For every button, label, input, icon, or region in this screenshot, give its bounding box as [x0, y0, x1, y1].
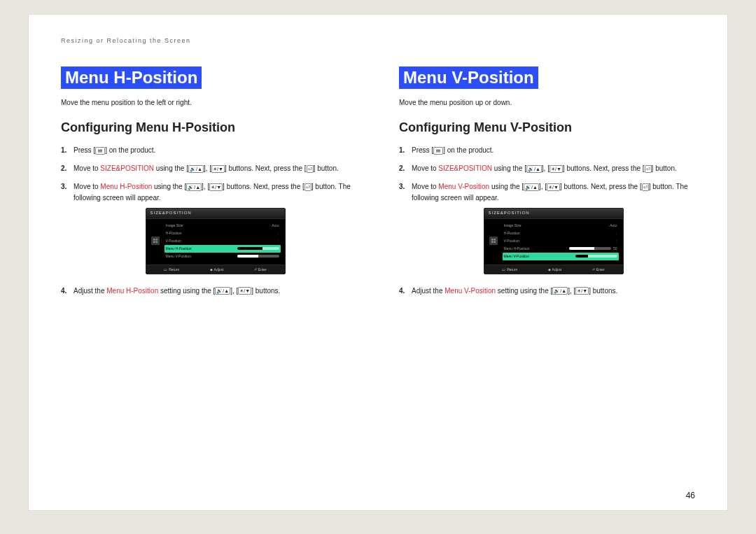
osd-row-value: : — [616, 238, 617, 244]
text: Move to — [412, 183, 438, 190]
bright-down-icon: ☀/▼ — [238, 287, 251, 295]
text: ] button. — [314, 164, 339, 172]
two-column-layout: Menu H-Position Move the menu position t… — [61, 66, 695, 304]
osd-row-label: V-Position — [166, 238, 182, 244]
enter-source-icon: ⏎ — [645, 165, 652, 173]
osd-row-value: : — [616, 230, 617, 236]
highlight: Menu H-Position — [100, 183, 152, 190]
svg-rect-14 — [493, 241, 496, 244]
menu-button-icon — [433, 147, 443, 155]
osd-enter: ⏎ Enter — [254, 267, 267, 272]
svg-rect-11 — [491, 239, 493, 241]
osd-slider-bar — [569, 247, 611, 250]
osd-row: V-Position: — [503, 237, 619, 245]
svg-rect-13 — [491, 241, 493, 244]
osd-footer: ▭ Return ◆ Adjust ⏎ Enter — [484, 265, 623, 274]
osd-row: Image Size: Auto — [503, 222, 619, 230]
text: setting using the [ — [496, 287, 552, 295]
osd-adjust: ◆ Adjust — [548, 267, 562, 272]
osd-screenshot: SIZE&POSITION Image Size: AutoH-Position… — [412, 208, 695, 274]
text: ], [ — [230, 287, 238, 295]
page-number: 46 — [686, 491, 695, 500]
osd-row-label: Menu V-Position — [166, 253, 191, 259]
bright-down-icon: ☀/▼ — [211, 165, 225, 173]
subsection-heading: Configuring Menu V-Position — [399, 120, 695, 135]
osd-row: H-Position: — [503, 230, 619, 237]
document-page: Resizing or Relocating the Screen Menu H… — [28, 14, 728, 511]
osd-slider-bar — [575, 255, 617, 258]
osd-panel: SIZE&POSITION Image Size: AutoH-Position… — [146, 208, 286, 274]
osd-row-label: Menu V-Position — [504, 253, 529, 259]
osd-screenshot: SIZE&POSITION Image Size: AutoH-Position… — [74, 208, 357, 274]
vol-up-icon: 🔊/▲ — [215, 287, 230, 295]
svg-rect-5 — [155, 239, 158, 241]
text: setting using the [ — [158, 287, 215, 295]
osd-return: ▭ Return — [164, 267, 179, 272]
highlight: SIZE&POSITION — [438, 164, 492, 172]
text: Adjust the — [74, 287, 106, 295]
vol-up-icon: 🔊/▲ — [524, 183, 539, 191]
text: Move to — [412, 164, 438, 172]
step-4: Adjust the Menu H-Position setting using… — [61, 286, 357, 297]
vol-up-icon: 🔊/▲ — [188, 165, 204, 173]
svg-rect-6 — [153, 241, 155, 244]
osd-panel: SIZE&POSITION Image Size: AutoH-Position… — [484, 208, 624, 274]
text: ], [ — [539, 183, 547, 190]
text: Move to — [74, 164, 100, 172]
osd-slider-bar — [237, 255, 279, 258]
text: ], [ — [204, 164, 211, 172]
osd-enter: ⏎ Enter — [592, 267, 605, 272]
text: ] buttons. Next, press the [ — [223, 183, 304, 190]
osd-row-value: : — [278, 238, 279, 244]
osd-row: Menu H-Position — [164, 245, 281, 253]
enter-source-icon: ⏎ — [307, 165, 314, 173]
bright-down-icon: ☀/▼ — [550, 165, 563, 173]
osd-row: Menu V-Position — [164, 253, 281, 260]
text: ] on the product. — [105, 146, 155, 154]
step-list: Press [] on the product. Move to SIZE&PO… — [399, 145, 695, 297]
vol-up-icon: 🔊/▲ — [526, 165, 542, 173]
osd-row: Image Size: Auto — [164, 222, 281, 230]
subsection-heading: Configuring Menu H-Position — [61, 120, 357, 135]
enter-source-icon: ⏎ — [642, 183, 649, 191]
enter-source-icon: ⏎ — [304, 183, 312, 191]
osd-row-value: : Auto — [608, 223, 617, 228]
vol-up-icon: 🔊/▲ — [552, 287, 568, 295]
osd-row-value: : Auto — [270, 223, 279, 228]
section-title: Menu V-Position — [399, 66, 538, 89]
text: ], [ — [542, 164, 550, 172]
osd-row-value: 50 — [613, 246, 617, 251]
step-3: Move to Menu H-Position using the [🔊/▲],… — [61, 181, 357, 274]
osd-return: ▭ Return — [502, 267, 517, 272]
section-intro: Move the menu position up or down. — [399, 99, 695, 106]
osd-adjust: ◆ Adjust — [210, 267, 224, 272]
text: using the [ — [154, 164, 188, 172]
column-right: Menu V-Position Move the menu position u… — [399, 66, 695, 304]
osd-row-label: H-Position — [166, 230, 182, 236]
text: ] buttons. Next, press the [ — [225, 164, 307, 172]
text: ] buttons. — [589, 287, 617, 295]
step-1: Press [] on the product. — [61, 145, 357, 156]
step-4: Adjust the Menu V-Position setting using… — [399, 286, 695, 297]
highlight: Menu V-Position — [444, 287, 496, 295]
text: ], [ — [202, 183, 209, 190]
text: ] buttons. Next, press the [ — [560, 183, 642, 190]
osd-rows: Image Size: AutoH-Position: V-Position: … — [503, 222, 619, 260]
svg-rect-12 — [493, 239, 496, 241]
step-2: Move to SIZE&POSITION using the [🔊/▲], [… — [61, 163, 357, 174]
vol-up-icon: 🔊/▲ — [186, 183, 202, 191]
text: Press [ — [412, 146, 433, 154]
osd-row-label: Menu H-Position — [166, 246, 192, 251]
step-2: Move to SIZE&POSITION using the [🔊/▲], [… — [399, 163, 695, 174]
osd-row-value: : — [278, 230, 279, 236]
step-list: Press [] on the product. Move to SIZE&PO… — [61, 145, 357, 297]
text: using the [ — [489, 183, 524, 190]
section-breadcrumb: Resizing or Relocating the Screen — [61, 37, 695, 44]
osd-footer: ▭ Return ◆ Adjust ⏎ Enter — [146, 265, 285, 274]
osd-tab-icon — [150, 222, 160, 260]
menu-button-icon — [95, 147, 105, 155]
step-1: Press [] on the product. — [399, 145, 695, 156]
step-3: Move to Menu V-Position using the [🔊/▲],… — [399, 181, 695, 274]
highlight: SIZE&POSITION — [100, 164, 154, 172]
osd-slider-bar — [237, 247, 279, 250]
